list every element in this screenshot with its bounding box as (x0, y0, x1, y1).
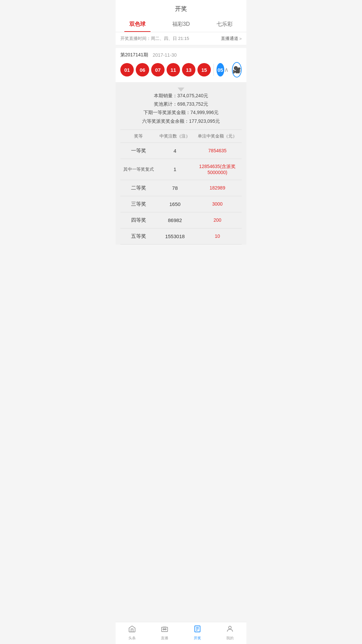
video-button[interactable]: 🎥 (232, 62, 242, 77)
prize-row-3: 三等奖 1650 3000 (120, 196, 242, 212)
prize-name-5: 五等奖 (120, 233, 157, 239)
prize-name-2: 二等奖 (120, 185, 157, 191)
detail-panel: 本期销量：374,075,240元 奖池累计：698,733,752元 下期一等… (116, 82, 246, 245)
prize-count-2: 78 (157, 185, 193, 191)
prize-count-1: 4 (157, 148, 193, 154)
prize-amount-1: 7854635 (193, 148, 242, 153)
prize-amount-2: 182989 (193, 185, 242, 191)
prize-name-4: 四等奖 (120, 217, 157, 223)
draw-section: 第2017141期 2017-11-30 01 06 07 11 13 15 0… (116, 48, 246, 82)
prize-count-3: 1650 (157, 201, 193, 207)
tab-shuangseqiu[interactable]: 双色球 (116, 17, 159, 32)
stat-pool: 奖池累计：698,733,752元 (120, 100, 242, 108)
prize-count-4: 86982 (157, 217, 193, 223)
header-win-amount: 单注中奖金额（元） (193, 133, 242, 139)
live-time: 开奖直播时间：周二、四、日 21:15 (120, 36, 189, 42)
prize-count-sub: 1 (157, 166, 193, 172)
tab-fucai3d[interactable]: 福彩3D (159, 17, 203, 32)
prize-table-header: 奖等 中奖注数（注） 单注中奖金额（元） (120, 129, 242, 143)
red-ball-4: 11 (167, 63, 180, 76)
prize-row-4: 四等奖 86982 200 (120, 212, 242, 228)
draw-period: 第2017141期 (120, 52, 148, 58)
panel-triangle (178, 88, 184, 92)
red-ball-3: 07 (151, 63, 165, 76)
red-ball-2: 06 (136, 63, 149, 76)
stat-sixth-prize: 六等奖派奖奖金余额：177,923,095元 (120, 117, 242, 125)
prize-row-2: 二等奖 78 182989 (120, 180, 242, 196)
draw-date: 2017-11-30 (153, 52, 177, 58)
blue-ball: 05 (217, 63, 224, 76)
tabs-bar: 双色球 福彩3D 七乐彩 (116, 17, 246, 32)
prize-row-1: 一等奖 4 7854635 (120, 143, 242, 159)
collapse-button[interactable]: ∧ (224, 66, 229, 73)
red-balls-container: 01 06 07 11 13 15 (120, 63, 211, 76)
page-title: 开奖 (116, 0, 246, 17)
prize-amount-5: 10 (193, 233, 242, 239)
live-link[interactable]: 直播通道 > (221, 36, 242, 42)
draw-header: 第2017141期 2017-11-30 (120, 52, 242, 58)
stat-next-prize: 下期一等奖派奖金额：74,999,996元 (120, 108, 242, 117)
live-bar: 开奖直播时间：周二、四、日 21:15 直播通道 > (116, 32, 246, 45)
header-win-count: 中奖注数（注） (157, 133, 193, 139)
red-ball-5: 13 (182, 63, 195, 76)
tab-qilecai[interactable]: 七乐彩 (203, 17, 246, 32)
prize-amount-sub: 12854635(含派奖5000000) (193, 164, 242, 175)
red-ball-1: 01 (120, 63, 134, 76)
prize-table: 奖等 中奖注数（注） 单注中奖金额（元） 一等奖 4 7854635 其中一等奖… (120, 129, 242, 245)
prize-amount-3: 3000 (193, 201, 242, 207)
prize-amount-4: 200 (193, 217, 242, 223)
red-ball-6: 15 (197, 63, 211, 76)
prize-row-sub: 其中一等奖复式 1 12854635(含派奖5000000) (120, 159, 242, 180)
header-prize-level: 奖等 (120, 133, 157, 139)
detail-stats: 本期销量：374,075,240元 奖池累计：698,733,752元 下期一等… (120, 92, 242, 125)
balls-row: 01 06 07 11 13 15 05 ∧ 🎥 (120, 62, 242, 82)
video-icon: 🎥 (233, 66, 241, 74)
prize-name-sub: 其中一等奖复式 (120, 166, 157, 172)
prize-name-3: 三等奖 (120, 201, 157, 207)
stat-sales: 本期销量：374,075,240元 (120, 92, 242, 100)
arrow-icon: > (239, 36, 242, 41)
prize-name-1: 一等奖 (120, 148, 157, 154)
prize-row-5: 五等奖 1553018 10 (120, 228, 242, 245)
prize-count-5: 1553018 (157, 233, 193, 239)
ball-separator (214, 64, 214, 76)
